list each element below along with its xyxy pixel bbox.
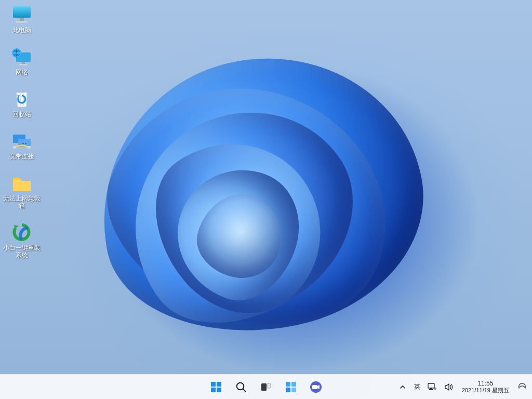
clock-date: 2021/11/19 星期五 xyxy=(462,387,509,394)
tray-overflow-button[interactable] xyxy=(395,376,410,398)
tray-network-button[interactable] xyxy=(424,376,440,398)
desktop-icon-label: 网络 xyxy=(3,69,41,76)
svg-rect-30 xyxy=(429,389,433,390)
reinstall-app-icon xyxy=(11,223,33,243)
system-tray: 英 xyxy=(395,375,530,399)
svg-rect-25 xyxy=(291,388,296,392)
desktop-icon-label: 此电脑 xyxy=(3,26,41,34)
chevron-up-icon xyxy=(400,384,406,390)
svg-rect-5 xyxy=(22,62,25,64)
desktop-icon-broadband[interactable]: 宽带连接 xyxy=(2,129,42,163)
svg-rect-22 xyxy=(286,382,290,387)
taskbar: 英 xyxy=(0,374,532,399)
chat-icon xyxy=(310,381,322,393)
desktop-icon-reinstall[interactable]: 小白一键重装系统 xyxy=(2,221,42,262)
taskbar-clock[interactable]: 11:55 2021/11/19 星期五 xyxy=(458,376,513,398)
svg-rect-16 xyxy=(211,388,216,392)
task-view-button[interactable] xyxy=(255,376,277,398)
desktop[interactable]: 此电脑 网络 xyxy=(0,0,532,399)
svg-rect-23 xyxy=(291,382,296,387)
svg-rect-24 xyxy=(286,388,290,392)
widgets-icon xyxy=(285,381,297,393)
task-view-icon xyxy=(260,381,272,393)
folder-icon xyxy=(11,174,33,193)
chat-button[interactable] xyxy=(304,376,327,398)
svg-rect-21 xyxy=(267,383,271,388)
svg-rect-29 xyxy=(430,388,432,389)
svg-rect-13 xyxy=(28,146,31,149)
ime-indicator[interactable]: 英 xyxy=(411,376,423,398)
desktop-icon-label: 回收站 xyxy=(3,111,41,118)
volume-icon xyxy=(444,383,454,391)
search-button[interactable] xyxy=(230,376,252,398)
desktop-icon-label: 小白一键重装系统 xyxy=(3,244,41,259)
svg-rect-27 xyxy=(312,385,317,389)
svg-rect-6 xyxy=(19,64,28,65)
svg-rect-2 xyxy=(20,18,24,21)
search-icon xyxy=(235,381,247,393)
svg-rect-10 xyxy=(22,143,24,144)
monitor-icon xyxy=(11,5,33,25)
svg-rect-28 xyxy=(428,383,434,388)
svg-line-19 xyxy=(243,389,246,392)
svg-rect-3 xyxy=(16,21,28,23)
svg-rect-20 xyxy=(261,383,267,391)
desktop-icon-recycle-bin[interactable]: 回收站 xyxy=(2,87,42,121)
desktop-icon-network[interactable]: 网络 xyxy=(2,45,42,79)
svg-rect-1 xyxy=(13,6,31,18)
network-globe-icon xyxy=(11,47,33,67)
notifications-button[interactable] xyxy=(514,376,530,398)
desktop-icon-label: 宽带连接 xyxy=(3,153,41,160)
start-icon xyxy=(210,381,222,393)
svg-rect-17 xyxy=(217,388,221,392)
wallpaper-bloom xyxy=(58,38,453,361)
taskbar-center-group xyxy=(205,376,327,398)
desktop-icons: 此电脑 网络 xyxy=(2,3,46,270)
start-button[interactable] xyxy=(205,376,228,398)
tray-volume-button[interactable] xyxy=(441,376,457,398)
svg-rect-11 xyxy=(25,143,26,144)
svg-rect-15 xyxy=(217,382,221,387)
widgets-button[interactable] xyxy=(280,376,302,398)
network-icon xyxy=(428,383,437,391)
notification-icon xyxy=(517,382,527,392)
broadband-icon xyxy=(11,131,33,151)
svg-rect-14 xyxy=(211,382,216,387)
svg-rect-12 xyxy=(13,146,16,149)
desktop-icon-this-pc[interactable]: 此电脑 xyxy=(2,3,42,37)
ime-label: 英 xyxy=(414,382,420,391)
recycle-bin-icon xyxy=(11,89,33,109)
desktop-icon-label: 无法上网急救箱 xyxy=(3,195,41,209)
clock-time: 11:55 xyxy=(477,380,493,387)
desktop-icon-netfix-folder[interactable]: 无法上网急救箱 xyxy=(2,171,42,212)
